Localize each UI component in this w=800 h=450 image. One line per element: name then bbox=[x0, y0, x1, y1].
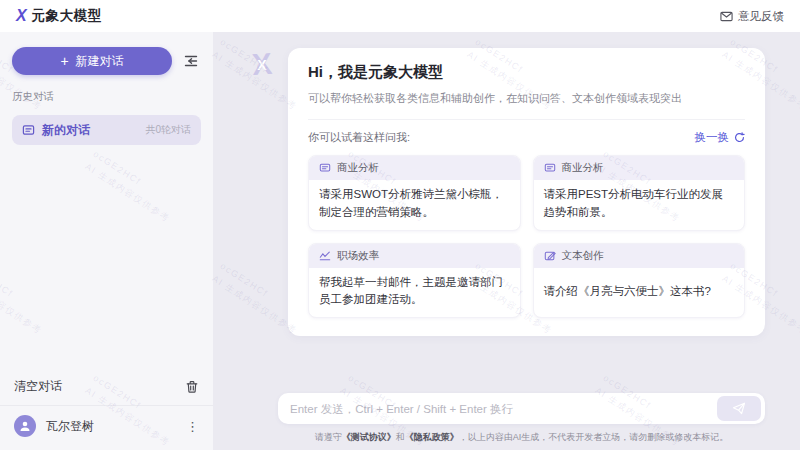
chat-analysis-icon bbox=[319, 162, 331, 174]
message-input-box bbox=[278, 393, 765, 424]
top-header: X 元象大模型 意见反馈 bbox=[0, 0, 800, 32]
pen-icon bbox=[544, 250, 556, 262]
suggestion-text: 请采用PEST分析电动车行业的发展趋势和前景。 bbox=[534, 180, 745, 230]
app-title: 元象大模型 bbox=[32, 7, 102, 25]
disclaimer-text: ，以上内容由AI生成，不代表开发者立场，请勿删除或修改本标记。 bbox=[459, 432, 729, 442]
clear-label: 清空对话 bbox=[14, 378, 62, 395]
suggestion-card[interactable]: 文本创作 请介绍《月亮与六便士》这本书? bbox=[533, 243, 746, 319]
suggestion-category: 商业分析 bbox=[337, 161, 379, 175]
line-chart-icon bbox=[319, 250, 331, 262]
suggestion-card[interactable]: 职场效率 帮我起草一封邮件，主题是邀请部门员工参加团建活动。 bbox=[308, 243, 521, 319]
disclaimer-text: 请遵守 bbox=[315, 432, 342, 442]
new-chat-button[interactable]: + 新建对话 bbox=[12, 47, 172, 75]
plus-icon: + bbox=[60, 54, 68, 68]
welcome-card: Hi，我是元象大模型 可以帮你轻松获取各类信息和辅助创作，在知识问答、文本创作领… bbox=[288, 48, 765, 336]
user-name: 瓦尔登树 bbox=[46, 418, 94, 435]
refresh-icon bbox=[734, 132, 745, 143]
ai-disclaimer: 请遵守《测试协议》和《隐私政策》，以上内容由AI生成，不代表开发者立场，请勿删除… bbox=[278, 431, 765, 444]
message-input[interactable] bbox=[290, 393, 717, 424]
greeting-title: Hi，我是元象大模型 bbox=[308, 63, 745, 82]
suggestion-text: 帮我起草一封邮件，主题是邀请部门员工参加团建活动。 bbox=[309, 268, 520, 318]
send-button[interactable] bbox=[717, 396, 761, 421]
main-area: X X Hi，我是元象大模型 可以帮你轻松获取各类信息和辅助创作，在知识问答、文… bbox=[213, 32, 800, 450]
test-agreement-link[interactable]: 《测试协议》 bbox=[342, 432, 396, 442]
suggestion-category: 商业分析 bbox=[562, 161, 604, 175]
chat-analysis-icon bbox=[544, 162, 556, 174]
conversation-rounds-badge: 共0轮对话 bbox=[145, 123, 191, 137]
new-chat-label: 新建对话 bbox=[76, 53, 124, 70]
sidebar: + 新建对话 历史对话 bbox=[0, 32, 213, 450]
kebab-menu-icon[interactable]: ⋮ bbox=[186, 420, 199, 433]
disclaimer-text: 和 bbox=[396, 432, 405, 442]
greeting-subtitle: 可以帮你轻松获取各类信息和辅助创作，在知识问答、文本创作领域表现突出 bbox=[308, 91, 745, 106]
history-section-label: 历史对话 bbox=[12, 90, 201, 104]
user-account-row[interactable]: 瓦尔登树 ⋮ bbox=[0, 406, 213, 450]
feedback-button[interactable]: 意见反馈 bbox=[720, 9, 784, 24]
conversation-item[interactable]: 新的对话 共0轮对话 bbox=[12, 115, 201, 145]
paper-plane-icon bbox=[732, 402, 746, 415]
suggestion-card[interactable]: 商业分析 请采用SWOT分析雅诗兰黛小棕瓶，制定合理的营销策略。 bbox=[308, 155, 521, 231]
try-ask-label: 你可以试着这样问我: bbox=[308, 130, 410, 145]
trash-icon bbox=[185, 380, 199, 394]
feedback-label: 意见反馈 bbox=[738, 9, 784, 24]
clear-conversation-button[interactable]: 清空对话 bbox=[0, 368, 213, 405]
assistant-avatar: X X bbox=[245, 48, 279, 82]
suggestion-card[interactable]: 商业分析 请采用PEST分析电动车行业的发展趋势和前景。 bbox=[533, 155, 746, 231]
card-divider bbox=[308, 119, 745, 120]
suggestion-category: 文本创作 bbox=[562, 249, 604, 263]
user-avatar bbox=[14, 415, 36, 437]
suggestion-text: 请采用SWOT分析雅诗兰黛小棕瓶，制定合理的营销策略。 bbox=[309, 180, 520, 230]
suggestion-grid: 商业分析 请采用SWOT分析雅诗兰黛小棕瓶，制定合理的营销策略。 商业分析 bbox=[308, 155, 745, 318]
logo-x-icon: X bbox=[16, 8, 27, 24]
envelope-icon bbox=[720, 11, 733, 22]
refresh-label: 换一换 bbox=[695, 130, 730, 145]
chat-bubble-icon bbox=[22, 124, 35, 137]
suggestion-category: 职场效率 bbox=[337, 249, 379, 263]
privacy-policy-link[interactable]: 《隐私政策》 bbox=[405, 432, 459, 442]
app-logo: X 元象大模型 bbox=[16, 7, 102, 25]
conversation-title: 新的对话 bbox=[42, 122, 90, 139]
composer: 请遵守《测试协议》和《隐私政策》，以上内容由AI生成，不代表开发者立场，请勿删除… bbox=[213, 393, 800, 450]
collapse-sidebar-icon[interactable] bbox=[181, 51, 201, 71]
suggestion-text: 请介绍《月亮与六便士》这本书? bbox=[534, 268, 745, 318]
refresh-suggestions-button[interactable]: 换一换 bbox=[695, 130, 746, 145]
